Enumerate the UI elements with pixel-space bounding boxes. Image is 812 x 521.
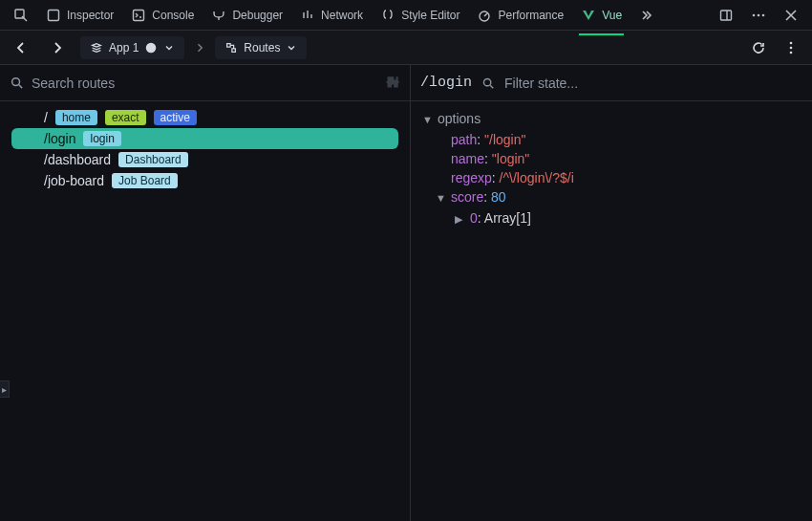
- svg-point-11: [790, 41, 793, 44]
- network-icon: [300, 8, 315, 23]
- prop-value: Array[1]: [484, 210, 531, 226]
- vue-toolbar: App 1 Routes: [0, 31, 812, 65]
- arrow-left-icon: [13, 40, 29, 55]
- svg-point-15: [483, 78, 490, 85]
- svg-point-13: [790, 51, 793, 54]
- close-devtools-button[interactable]: [776, 2, 806, 29]
- route-path: /job-board: [44, 173, 104, 188]
- prop-key: path: [451, 132, 477, 147]
- dock-icon: [718, 8, 734, 23]
- debugger-icon: [211, 8, 226, 23]
- warn-icon: [144, 41, 158, 54]
- node-options[interactable]: options: [422, 109, 808, 130]
- element-picker-icon: [13, 8, 29, 23]
- puzzle-icon[interactable]: [383, 75, 400, 92]
- tab-debugger[interactable]: Debugger: [203, 2, 290, 29]
- kebab-icon: [783, 40, 799, 55]
- svg-point-7: [762, 13, 765, 16]
- search-icon: [10, 76, 24, 90]
- details-header: /login: [411, 65, 812, 101]
- node-array0[interactable]: 0: Array[1]: [422, 208, 808, 229]
- prop-key: score: [451, 189, 483, 205]
- prop-value: "login": [492, 151, 530, 166]
- svg-rect-10: [232, 48, 236, 52]
- routes-search-input[interactable]: [32, 76, 375, 91]
- detail-title: /login: [420, 75, 472, 91]
- prop-value: "/login": [484, 132, 525, 147]
- tab-console[interactable]: Console: [123, 2, 202, 29]
- property-inspector: options path: "/login" name: "login" reg…: [411, 101, 812, 229]
- svg-rect-1: [49, 10, 59, 20]
- svg-point-5: [753, 13, 756, 16]
- chip-active: active: [154, 110, 197, 125]
- svg-point-14: [12, 78, 20, 86]
- caret-icon: [455, 210, 466, 228]
- caret-icon: [436, 189, 447, 206]
- chevron-right-icon: ▸: [2, 384, 7, 395]
- prop-value: /^\/login\/?$/i: [500, 170, 574, 185]
- section-label: Routes: [244, 41, 280, 54]
- node-path[interactable]: path: "/login": [422, 130, 808, 149]
- refresh-icon: [751, 40, 766, 55]
- chip-home: home: [55, 110, 97, 125]
- tab-overflow[interactable]: [631, 2, 662, 29]
- performance-icon: [477, 8, 492, 23]
- route-path: /: [44, 110, 48, 125]
- tab-inspector[interactable]: Inspector: [38, 2, 121, 29]
- chevron-double-right-icon: [639, 8, 654, 23]
- node-name[interactable]: name: "login": [422, 149, 808, 168]
- vue-icon: [581, 8, 596, 23]
- stack-icon: [90, 41, 103, 54]
- tab-style-editor[interactable]: Style Editor: [373, 2, 467, 29]
- routes-search-row: [0, 65, 410, 101]
- prop-key: options: [438, 111, 481, 126]
- dock-side-button[interactable]: [711, 2, 741, 29]
- prop-value: 80: [491, 189, 506, 205]
- svg-rect-2: [134, 10, 144, 20]
- chip-login: login: [83, 131, 120, 146]
- devtools-tabs: Inspector Console Debugger Network Style…: [0, 0, 812, 31]
- side-collapse-handle[interactable]: ▸: [0, 380, 10, 398]
- console-icon: [131, 8, 146, 23]
- filter-state-input[interactable]: [504, 76, 802, 91]
- tab-performance[interactable]: Performance: [469, 2, 571, 29]
- routes-icon: [224, 41, 238, 54]
- route-row-dashboard[interactable]: /dashboard Dashboard: [11, 149, 398, 170]
- svg-rect-9: [227, 43, 231, 47]
- tab-vue[interactable]: Vue: [573, 2, 630, 29]
- prop-key: 0: [470, 210, 478, 226]
- breadcrumb-chevron-icon: [194, 42, 205, 54]
- chevron-down-icon: [286, 42, 297, 54]
- tab-network[interactable]: Network: [292, 2, 371, 29]
- prop-key: regexp: [451, 170, 492, 185]
- svg-point-3: [480, 11, 489, 21]
- route-row-login[interactable]: /login login: [11, 128, 398, 149]
- kebab-button[interactable]: [778, 34, 804, 61]
- tab-label: Style Editor: [401, 9, 459, 22]
- route-row-root[interactable]: / home exact active: [11, 107, 398, 128]
- tab-label: Debugger: [232, 9, 283, 22]
- node-score[interactable]: score: 80: [422, 187, 808, 208]
- more-button[interactable]: [743, 2, 774, 29]
- back-button[interactable]: [8, 34, 34, 61]
- chip-jobboard: Job Board: [112, 173, 178, 188]
- chip-exact: exact: [105, 110, 146, 125]
- section-selector[interactable]: Routes: [215, 36, 307, 59]
- search-icon: [481, 76, 495, 90]
- routes-pane: / home exact active /login login /dashbo…: [0, 65, 411, 521]
- svg-rect-4: [721, 11, 732, 20]
- routes-list: / home exact active /login login /dashbo…: [0, 101, 410, 191]
- tab-label: Network: [321, 9, 363, 22]
- forward-button[interactable]: [44, 34, 71, 61]
- node-regexp[interactable]: regexp: /^\/login\/?$/i: [422, 168, 808, 187]
- tab-label: Vue: [602, 9, 622, 22]
- app-selector[interactable]: App 1: [80, 36, 184, 59]
- chip-dashboard: Dashboard: [118, 152, 188, 167]
- refresh-button[interactable]: [745, 34, 772, 61]
- route-row-jobboard[interactable]: /job-board Job Board: [11, 170, 398, 191]
- chevron-down-icon: [163, 42, 175, 54]
- tab-label: Performance: [498, 9, 564, 22]
- svg-point-6: [758, 13, 760, 16]
- arrow-right-icon: [50, 40, 65, 55]
- tab-picker[interactable]: [6, 2, 36, 29]
